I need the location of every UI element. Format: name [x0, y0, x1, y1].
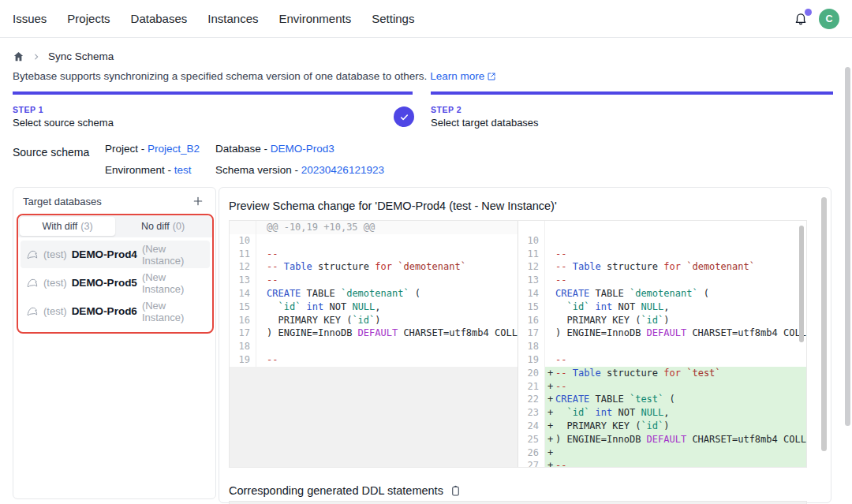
target-database-list: (test) DEMO-Prod4 (New Instance) (test) … — [18, 237, 212, 329]
diff-pane-modified: 1011--12-- Table structure for `demotena… — [518, 221, 806, 467]
top-navbar: Issues Projects Databases Instances Envi… — [0, 0, 852, 38]
db-row-demo-prod4[interactable]: (test) DEMO-Prod4 (New Instance) — [21, 241, 210, 268]
intro-text-row: Bytebase supports synchronizing a specif… — [13, 70, 496, 82]
diff-line: 13-- — [230, 274, 518, 287]
diff-line: 10 — [230, 234, 518, 248]
tab-count: (3) — [80, 221, 92, 232]
diff-line: 21+-- — [518, 380, 806, 394]
diff-line: 11-- — [230, 248, 518, 261]
page-scrollbar[interactable] — [845, 67, 850, 426]
notification-dot — [805, 9, 812, 16]
diff-filter-tabs: With diff (3) No diff (0) — [18, 215, 212, 237]
nav-item-databases[interactable]: Databases — [131, 12, 188, 25]
notifications-button[interactable] — [793, 11, 809, 27]
diff-line: 20+-- Table structure for `test` — [518, 367, 806, 380]
nav-item-instances[interactable]: Instances — [207, 12, 258, 25]
db-row-demo-prod6[interactable]: (test) DEMO-Prod6 (New Instance) — [21, 297, 210, 325]
diff-line — [518, 221, 806, 234]
nav-item-settings[interactable]: Settings — [372, 12, 414, 25]
plus-icon — [192, 195, 204, 207]
target-databases-header: Target databases — [13, 188, 215, 215]
step-2-progress-bar — [431, 91, 833, 95]
diff-pane-original: @@ -10,19 +10,35 @@1011--12-- Table stru… — [230, 221, 518, 467]
diff-line: 19-- — [518, 353, 806, 367]
tab-label: With diff — [42, 221, 77, 232]
target-databases-panel: Target databases With diff (3) No diff (… — [13, 187, 216, 499]
learn-more-label: Learn more — [430, 70, 484, 82]
db-environment: (test) — [43, 305, 67, 317]
check-icon — [399, 112, 409, 122]
diff-line: 12-- Table structure for `demotenant` — [518, 260, 806, 274]
source-schema-section: Source schema Project - Project_B2 Datab… — [13, 142, 644, 181]
target-databases-highlight-box: With diff (3) No diff (0) (test) DEMO-Pr… — [17, 214, 214, 334]
diff-line: 17) ENGINE=InnoDB DEFAULT CHARSET=utf8mb… — [230, 327, 518, 340]
preview-panel-scrollbar[interactable] — [821, 197, 827, 451]
project-link[interactable]: Project_B2 — [148, 143, 200, 155]
step-1-check-badge — [394, 106, 414, 127]
nav-item-environments[interactable]: Environments — [278, 12, 351, 25]
database-link[interactable]: DEMO-Prod3 — [271, 143, 334, 155]
mysql-icon — [27, 306, 39, 316]
preview-title: Preview Schema change for 'DEMO-Prod4 (t… — [229, 200, 557, 212]
step-2-title: Select target databases — [431, 117, 833, 129]
nav-right: C — [793, 9, 839, 29]
diff-line: 18 — [230, 340, 518, 353]
ddl-section-title: Corresponding generated DDL statements — [229, 484, 443, 497]
field-name: Database - — [215, 143, 267, 155]
avatar[interactable]: C — [819, 9, 839, 29]
db-note: (New Instance) — [142, 243, 210, 267]
source-schema-label: Source schema — [13, 146, 89, 159]
nav-item-issues[interactable]: Issues — [13, 12, 47, 25]
source-field-environment: Environment - test — [105, 164, 192, 176]
external-link-icon — [487, 72, 496, 81]
source-field-schema-version: Schema version - 20230426121923 — [215, 164, 384, 176]
tab-count: (0) — [173, 221, 185, 232]
environment-link[interactable]: test — [174, 164, 192, 176]
db-note: (New Instance) — [142, 271, 210, 295]
editor-scrollbar[interactable] — [799, 226, 804, 342]
copy-clipboard-icon[interactable] — [450, 484, 462, 497]
intro-text: Bytebase supports synchronizing a specif… — [13, 70, 427, 82]
diff-line: 19-- — [230, 353, 518, 367]
db-name: DEMO-Prod4 — [72, 248, 137, 260]
db-environment: (test) — [43, 277, 67, 289]
learn-more-link[interactable]: Learn more — [430, 70, 496, 82]
diff-line: 18 — [518, 340, 806, 353]
breadcrumb-current: Sync Schema — [48, 50, 114, 62]
tab-no-diff[interactable]: No diff (0) — [115, 217, 211, 236]
ddl-editor-top-edge — [229, 501, 807, 504]
diff-line: 11-- — [518, 248, 806, 261]
diff-line: 27+-- — [518, 459, 806, 467]
diff-line: 13-- — [518, 274, 806, 287]
home-icon[interactable] — [13, 50, 24, 62]
step-1-label: STEP 1 — [13, 105, 413, 114]
step-2-label: STEP 2 — [431, 105, 833, 114]
diff-line: @@ -10,19 +10,35 @@ — [230, 221, 518, 234]
target-databases-title: Target databases — [23, 196, 102, 207]
step-1-progress-bar — [13, 91, 413, 95]
field-name: Environment - — [105, 164, 171, 176]
source-field-database: Database - DEMO-Prod3 — [215, 143, 334, 155]
nav-item-projects[interactable]: Projects — [67, 12, 110, 25]
diff-line: 16 PRIMARY KEY (`id`) — [518, 314, 806, 327]
db-note: (New Instance) — [142, 300, 210, 323]
step-1: STEP 1 Select source schema — [13, 91, 413, 129]
diff-line: 15 `id` int NOT NULL, — [230, 301, 518, 314]
mysql-icon — [27, 278, 39, 288]
mysql-icon — [27, 249, 39, 259]
db-row-demo-prod5[interactable]: (test) DEMO-Prod5 (New Instance) — [21, 269, 210, 297]
tab-with-diff[interactable]: With diff (3) — [20, 217, 115, 236]
step-2: STEP 2 Select target databases — [431, 91, 833, 129]
diff-line: 17) ENGINE=InnoDB DEFAULT CHARSET=utf8mb… — [518, 327, 806, 340]
schema-version-link[interactable]: 20230426121923 — [301, 164, 384, 176]
step-1-title: Select source schema — [13, 117, 413, 129]
schema-diff-editor[interactable]: @@ -10,19 +10,35 @@1011--12-- Table stru… — [229, 220, 807, 468]
tab-label: No diff — [141, 221, 170, 232]
diff-line: 22+CREATE TABLE `test` ( — [518, 393, 806, 406]
db-environment: (test) — [43, 248, 67, 260]
chevron-right-icon — [32, 53, 40, 61]
diff-line: 10 — [518, 234, 806, 248]
add-target-database-button[interactable] — [190, 193, 206, 209]
diff-line: 25+) ENGINE=InnoDB DEFAULT CHARSET=utf8m… — [518, 433, 806, 446]
diff-empty-filler — [230, 367, 518, 467]
